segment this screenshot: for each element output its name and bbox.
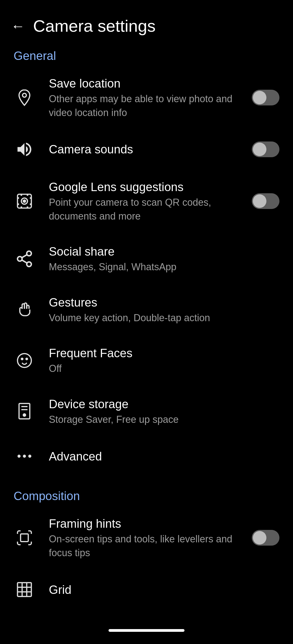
face-icon [14, 351, 35, 370]
toggle-framing-hints[interactable] [252, 530, 279, 546]
item-content-grid: Grid [49, 582, 279, 597]
section-label-general: General [0, 44, 293, 65]
share-icon [14, 250, 35, 268]
svg-line-7 [22, 260, 27, 263]
framing-icon [14, 529, 35, 547]
item-content-social-share: Social shareMessages, Signal, WhatsApp [49, 244, 279, 274]
svg-point-4 [27, 251, 31, 256]
settings-item-google-lens[interactable]: Google Lens suggestionsPoint your camera… [0, 169, 293, 233]
back-button[interactable]: ← [11, 19, 25, 33]
svg-line-8 [22, 255, 27, 257]
gesture-icon [14, 300, 35, 319]
item-subtitle-frequent-faces: Off [49, 362, 279, 375]
toggle-save-location[interactable] [252, 90, 279, 105]
svg-point-18 [28, 455, 31, 458]
item-subtitle-save-location: Other apps may be able to view photo and… [49, 92, 236, 120]
item-control-camera-sounds [250, 141, 279, 157]
settings-item-save-location[interactable]: Save locationOther apps may be able to v… [0, 65, 293, 130]
item-title-camera-sounds: Camera sounds [49, 141, 236, 157]
section-label-composition: Composition [0, 484, 293, 505]
item-subtitle-google-lens: Point your camera to scan QR codes, docu… [49, 196, 236, 223]
svg-point-10 [21, 358, 23, 360]
item-content-framing-hints: Framing hintsOn-screen tips and tools, l… [49, 516, 236, 560]
settings-item-device-storage[interactable]: Device storageStorage Saver, Free up spa… [0, 386, 293, 437]
item-title-frequent-faces: Frequent Faces [49, 345, 279, 361]
item-subtitle-device-storage: Storage Saver, Free up space [49, 413, 279, 426]
volume-icon [14, 140, 35, 159]
item-content-frequent-faces: Frequent FacesOff [49, 345, 279, 376]
bottom-bar [0, 617, 293, 644]
item-content-save-location: Save locationOther apps may be able to v… [49, 76, 236, 120]
header: ← Camera settings [0, 0, 293, 44]
toggle-thumb-framing-hints [253, 531, 266, 545]
settings-item-framing-hints[interactable]: Framing hintsOn-screen tips and tools, l… [0, 505, 293, 570]
section-composition: Framing hintsOn-screen tips and tools, l… [0, 505, 293, 609]
item-content-camera-sounds: Camera sounds [49, 141, 236, 157]
toggle-thumb-google-lens [253, 194, 266, 208]
toggle-thumb-camera-sounds [253, 143, 266, 156]
svg-point-5 [18, 256, 22, 261]
item-title-device-storage: Device storage [49, 396, 279, 412]
storage-icon [14, 402, 35, 420]
svg-point-3 [23, 200, 26, 202]
item-content-advanced: Advanced [49, 449, 279, 464]
svg-point-15 [23, 414, 26, 416]
toggle-google-lens[interactable] [252, 193, 279, 209]
location-icon [14, 88, 35, 107]
item-title-advanced: Advanced [49, 449, 279, 464]
item-title-framing-hints: Framing hints [49, 516, 236, 531]
more-icon [14, 447, 35, 465]
item-title-google-lens: Google Lens suggestions [49, 179, 236, 195]
item-subtitle-gestures: Volume key action, Double-tap action [49, 311, 279, 325]
toggle-thumb-save-location [253, 91, 266, 104]
item-content-google-lens: Google Lens suggestionsPoint your camera… [49, 179, 236, 223]
svg-point-0 [23, 93, 26, 97]
item-control-framing-hints [250, 530, 279, 546]
svg-rect-19 [21, 534, 28, 542]
item-content-device-storage: Device storageStorage Saver, Free up spa… [49, 396, 279, 427]
home-indicator [109, 629, 184, 632]
item-subtitle-social-share: Messages, Signal, WhatsApp [49, 260, 279, 274]
section-general: Save locationOther apps may be able to v… [0, 65, 293, 476]
svg-rect-20 [18, 583, 31, 597]
svg-point-9 [18, 353, 31, 367]
settings-item-camera-sounds[interactable]: Camera sounds [0, 130, 293, 169]
settings-item-gestures[interactable]: GesturesVolume key action, Double-tap ac… [0, 284, 293, 335]
svg-point-16 [18, 455, 21, 458]
page-title: Camera settings [33, 16, 155, 36]
grid-icon [14, 580, 35, 599]
item-content-gestures: GesturesVolume key action, Double-tap ac… [49, 295, 279, 325]
item-control-google-lens [250, 193, 279, 209]
item-title-gestures: Gestures [49, 295, 279, 310]
item-subtitle-framing-hints: On-screen tips and tools, like levellers… [49, 532, 236, 560]
svg-point-6 [27, 262, 31, 266]
settings-item-grid[interactable]: Grid [0, 570, 293, 609]
item-title-grid: Grid [49, 582, 279, 597]
item-control-save-location [250, 90, 279, 105]
svg-point-17 [23, 455, 26, 458]
svg-point-11 [26, 358, 28, 360]
lens-icon [14, 192, 35, 210]
settings-item-advanced[interactable]: Advanced [0, 437, 293, 476]
settings-item-frequent-faces[interactable]: Frequent FacesOff [0, 335, 293, 386]
item-title-social-share: Social share [49, 244, 279, 259]
settings-item-social-share[interactable]: Social shareMessages, Signal, WhatsApp [0, 233, 293, 284]
toggle-camera-sounds[interactable] [252, 141, 279, 157]
item-title-save-location: Save location [49, 76, 236, 91]
